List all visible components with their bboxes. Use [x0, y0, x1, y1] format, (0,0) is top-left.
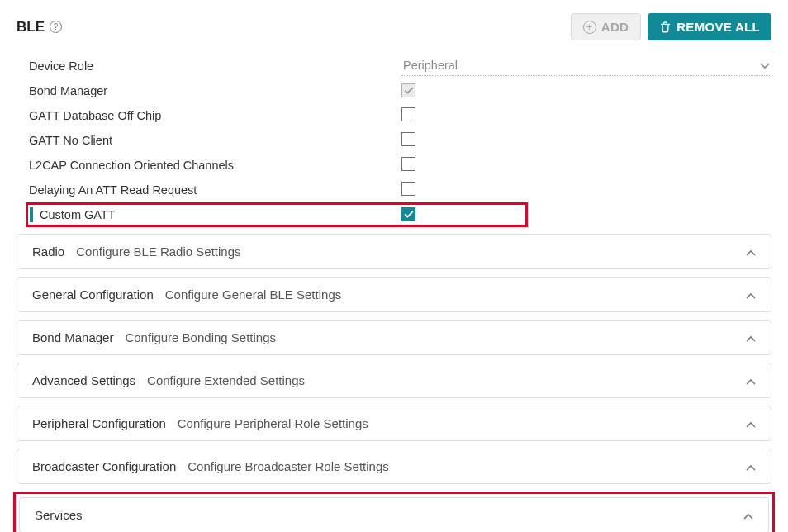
chevron-up-icon	[746, 460, 756, 473]
chevron-up-icon	[746, 417, 756, 430]
setting-custom-gatt: Custom GATT	[26, 202, 528, 227]
accordion-sub-label: Configure Peripheral Role Settings	[178, 416, 368, 430]
chevron-up-icon	[746, 245, 756, 259]
button-row: + ADD REMOVE ALL	[571, 13, 771, 40]
setting-l2cap: L2CAP Connection Oriented Channels	[26, 153, 771, 178]
accordion-bond-manager[interactable]: Bond Manager Configure Bonding Settings	[17, 320, 771, 355]
accordion-main-label: Peripheral Configuration	[32, 416, 166, 430]
accordion-title: Services	[35, 508, 94, 522]
setting-gatt-no-client: GATT No Client	[26, 128, 771, 153]
accordion-title: General Configuration Configure General …	[32, 287, 341, 302]
accordion-radio[interactable]: Radio Configure BLE Radio Settings	[17, 234, 771, 269]
settings-list: Device Role Peripheral Bond Manager GATT…	[17, 54, 771, 227]
caret-down-icon	[760, 59, 770, 72]
add-button: + ADD	[571, 13, 641, 40]
setting-control: Peripheral	[401, 57, 771, 76]
accordion-title: Broadcaster Configuration Configure Broa…	[32, 459, 389, 473]
setting-bond-manager: Bond Manager	[26, 78, 771, 103]
chevron-up-icon	[746, 331, 756, 344]
accordion-sub-label: Configure Extended Settings	[147, 373, 305, 387]
trash-icon	[659, 21, 672, 33]
accordion-sub-label: Configure Broadcaster Role Settings	[188, 459, 388, 473]
accordion-advanced-settings[interactable]: Advanced Settings Configure Extended Set…	[17, 363, 771, 398]
setting-control	[401, 107, 771, 124]
setting-control	[401, 83, 771, 98]
setting-delay-att: Delaying An ATT Read Request	[26, 178, 771, 202]
setting-label: Bond Manager	[26, 84, 401, 97]
accordion-title: Peripheral Configuration Configure Perip…	[32, 416, 368, 430]
accordion-general-configuration[interactable]: General Configuration Configure General …	[17, 277, 771, 312]
bond-manager-checkbox	[401, 83, 415, 97]
setting-device-role: Device Role Peripheral	[26, 54, 771, 78]
setting-label: GATT No Client	[26, 134, 401, 147]
add-button-label: ADD	[601, 20, 629, 34]
accordion-title: Advanced Settings Configure Extended Set…	[32, 373, 305, 387]
accordion-broadcaster-configuration[interactable]: Broadcaster Configuration Configure Broa…	[17, 449, 771, 484]
setting-label: Custom GATT	[28, 208, 401, 221]
title-group: BLE ?	[17, 19, 62, 36]
help-icon[interactable]: ?	[50, 21, 62, 33]
accordion-sub-label: Configure Bonding Settings	[125, 330, 276, 344]
gatt-off-chip-checkbox[interactable]	[401, 107, 415, 121]
chevron-up-icon	[746, 374, 756, 387]
setting-control	[401, 182, 771, 198]
highlight-wrap-services: Services	[13, 492, 775, 532]
page-title: BLE	[17, 19, 45, 36]
remove-all-button-label: REMOVE ALL	[676, 20, 760, 34]
remove-all-button[interactable]: REMOVE ALL	[648, 13, 771, 40]
custom-gatt-checkbox[interactable]	[401, 207, 415, 221]
accordion-main-label: General Configuration	[32, 287, 154, 302]
delay-att-checkbox[interactable]	[401, 182, 415, 196]
dropdown-value: Peripheral	[403, 59, 458, 72]
accordion-main-label: Broadcaster Configuration	[32, 459, 176, 473]
setting-gatt-off-chip: GATT Database Off Chip	[26, 103, 771, 128]
setting-label: GATT Database Off Chip	[26, 109, 401, 122]
accordion-sub-label: Configure General BLE Settings	[165, 287, 341, 302]
plus-icon: +	[583, 21, 596, 34]
setting-label: L2CAP Connection Oriented Channels	[26, 159, 401, 172]
setting-control	[401, 132, 771, 149]
accordion-title: Bond Manager Configure Bonding Settings	[32, 330, 276, 344]
gatt-no-client-checkbox[interactable]	[401, 132, 415, 146]
setting-label: Device Role	[26, 59, 401, 73]
accordion-services[interactable]: Services	[19, 497, 769, 532]
accordion-peripheral-configuration[interactable]: Peripheral Configuration Configure Perip…	[17, 406, 771, 441]
accordion-main-label: Advanced Settings	[32, 373, 135, 387]
l2cap-checkbox[interactable]	[401, 157, 415, 171]
device-role-dropdown: Peripheral	[401, 57, 771, 76]
header-row: BLE ? + ADD REMOVE ALL	[17, 13, 771, 40]
accordion-title: Radio Configure BLE Radio Settings	[32, 245, 241, 259]
setting-control	[401, 157, 771, 173]
setting-control	[401, 207, 525, 222]
chevron-up-icon	[746, 288, 756, 302]
accordion-sub-label: Configure BLE Radio Settings	[76, 245, 240, 259]
accordion-group: Radio Configure BLE Radio Settings Gener…	[17, 234, 771, 532]
accordion-main-label: Services	[35, 508, 83, 522]
accordion-main-label: Radio	[32, 245, 64, 259]
setting-label: Delaying An ATT Read Request	[26, 183, 401, 197]
chevron-up-icon	[743, 509, 753, 522]
accordion-main-label: Bond Manager	[32, 330, 113, 344]
